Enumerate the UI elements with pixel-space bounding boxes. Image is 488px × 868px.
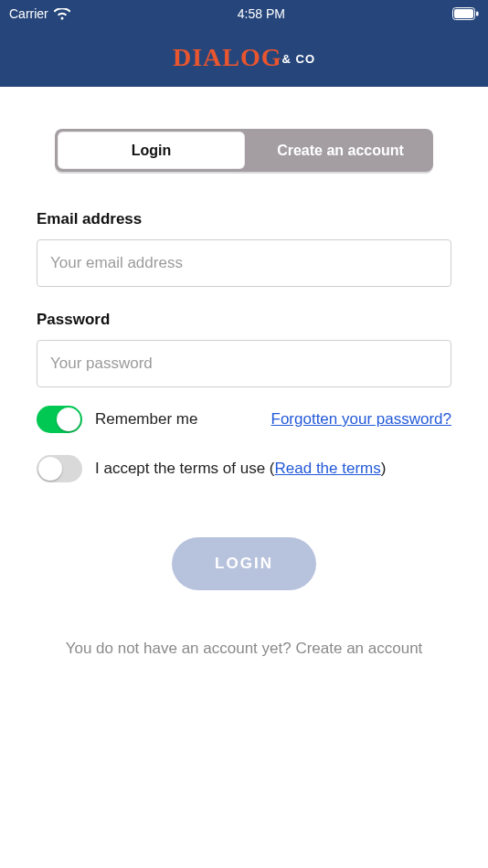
terms-suffix: ) (381, 460, 387, 477)
tab-login[interactable]: Login (58, 132, 245, 169)
read-terms-link[interactable]: Read the terms (275, 460, 381, 477)
battery-icon (452, 7, 479, 20)
remember-me-label: Remember me (95, 410, 197, 429)
terms-text: I accept the terms of use (Read the term… (95, 460, 386, 478)
nav-header: DIALOG& CO (0, 27, 488, 87)
forgot-password-link[interactable]: Forgotten your password? (271, 410, 452, 429)
carrier-label: Carrier (9, 6, 48, 21)
password-field[interactable] (37, 340, 451, 387)
svg-rect-2 (476, 12, 479, 16)
brand-main: DIALOG (173, 43, 282, 71)
status-bar: Carrier 4:58 PM (0, 0, 488, 27)
brand-logo: DIALOG& CO (173, 43, 315, 72)
password-label: Password (37, 311, 451, 329)
email-label: Email address (37, 210, 451, 228)
status-time: 4:58 PM (70, 6, 452, 21)
login-button[interactable]: LOGIN (172, 537, 316, 590)
brand-sub: & CO (282, 52, 316, 66)
terms-prefix: I accept the terms of use ( (95, 460, 275, 477)
tab-create-account[interactable]: Create an account (248, 129, 433, 172)
svg-rect-1 (454, 9, 473, 18)
email-field[interactable] (37, 239, 451, 287)
create-account-footer-link[interactable]: You do not have an account yet? Create a… (37, 640, 451, 658)
auth-tab-segment: Login Create an account (55, 129, 433, 172)
accept-terms-toggle[interactable] (37, 455, 82, 482)
remember-me-toggle[interactable] (37, 406, 82, 433)
wifi-icon (54, 8, 70, 20)
